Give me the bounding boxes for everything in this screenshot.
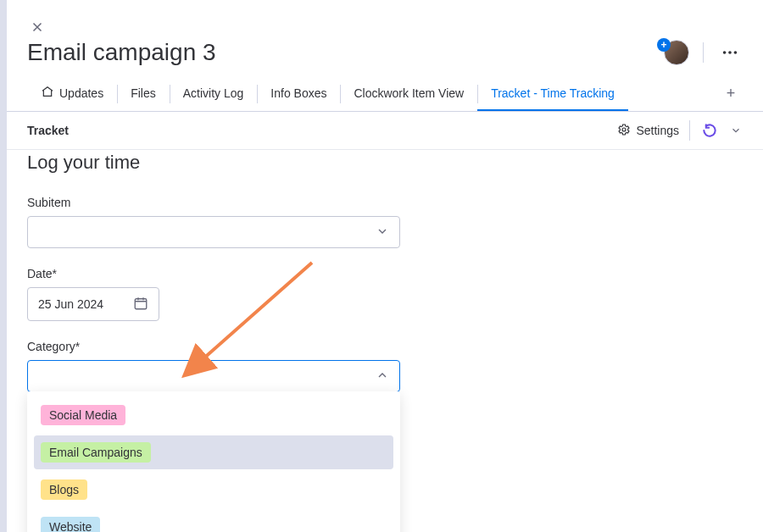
divider <box>689 120 690 141</box>
tab-label: Files <box>131 86 156 100</box>
subheader-actions: Settings <box>617 120 743 141</box>
category-label: Category* <box>27 340 743 353</box>
tab-info-boxes[interactable]: Info Boxes <box>257 78 340 110</box>
add-assignee-icon[interactable]: + <box>657 38 671 52</box>
title-actions: + <box>664 40 743 65</box>
svg-point-3 <box>622 128 626 131</box>
date-value: 25 Jun 2024 <box>38 297 103 311</box>
tab-activity-log[interactable]: Activity Log <box>170 78 258 110</box>
panel-header: Email campaign 3 + <box>7 0 763 66</box>
date-input[interactable]: 25 Jun 2024 <box>27 287 159 321</box>
chevron-down-icon <box>376 224 389 241</box>
tab-clockwork-item-view[interactable]: Clockwork Item View <box>340 78 477 110</box>
category-chip: Email Campaigns <box>41 442 151 463</box>
category-select[interactable] <box>27 360 400 392</box>
svg-point-2 <box>734 51 738 54</box>
date-field: Date* 25 Jun 2024 <box>27 267 743 321</box>
svg-rect-4 <box>135 298 147 308</box>
settings-label: Settings <box>636 124 679 137</box>
category-field: Category* <box>27 340 743 392</box>
close-icon[interactable] <box>27 17 47 37</box>
tab-label: Tracket - Time Tracking <box>491 86 615 100</box>
category-option-social-media[interactable]: Social Media <box>34 398 393 432</box>
tab-label: Updates <box>59 86 103 100</box>
app-menu-chevron[interactable] <box>729 124 743 137</box>
category-option-email-campaigns[interactable]: Email Campaigns <box>34 435 393 469</box>
settings-button[interactable]: Settings <box>617 123 679 139</box>
assignees[interactable]: + <box>664 40 689 65</box>
more-menu-button[interactable] <box>717 40 743 65</box>
tracket-logo-icon[interactable] <box>700 121 719 140</box>
gear-icon <box>617 123 631 139</box>
home-icon <box>41 85 54 101</box>
page-title: Email campaign 3 <box>27 39 216 66</box>
tab-label: Activity Log <box>183 86 244 100</box>
category-dropdown: Social MediaEmail CampaignsBlogsWebsite <box>27 391 400 532</box>
tabs-bar: UpdatesFilesActivity LogInfo BoxesClockw… <box>7 76 763 112</box>
add-tab-button[interactable]: + <box>719 82 743 106</box>
tab-label: Info Boxes <box>270 86 326 100</box>
tab-label: Clockwork Item View <box>354 86 464 100</box>
calendar-icon <box>133 296 148 313</box>
tab-tracket-time-tracking[interactable]: Tracket - Time Tracking <box>477 78 628 110</box>
tab-list: UpdatesFilesActivity LogInfo BoxesClockw… <box>27 76 628 111</box>
title-row: Email campaign 3 + <box>27 39 743 66</box>
item-panel: Email campaign 3 + UpdatesFilesActivity … <box>7 0 763 532</box>
app-name: Tracket <box>27 124 69 137</box>
category-chip: Website <box>41 517 100 532</box>
section-title: Log your time <box>27 150 743 177</box>
category-option-website[interactable]: Website <box>34 510 393 532</box>
svg-point-0 <box>723 51 727 54</box>
category-option-blogs[interactable]: Blogs <box>34 473 393 507</box>
chevron-up-icon <box>376 369 389 385</box>
subitem-field: Subitem <box>27 196 743 248</box>
svg-point-1 <box>728 51 732 54</box>
divider <box>703 42 704 63</box>
tab-updates[interactable]: Updates <box>27 76 117 111</box>
date-label: Date* <box>27 267 743 280</box>
tab-files[interactable]: Files <box>117 78 170 110</box>
form-area: Log your time Subitem Date* 25 Jun 2024 <box>7 150 763 413</box>
category-chip: Social Media <box>41 405 125 425</box>
subitem-select[interactable] <box>27 216 400 248</box>
left-edge-gutter <box>0 0 7 532</box>
category-chip: Blogs <box>41 479 87 500</box>
app-subheader: Tracket Settings <box>7 112 763 150</box>
subitem-label: Subitem <box>27 196 743 209</box>
